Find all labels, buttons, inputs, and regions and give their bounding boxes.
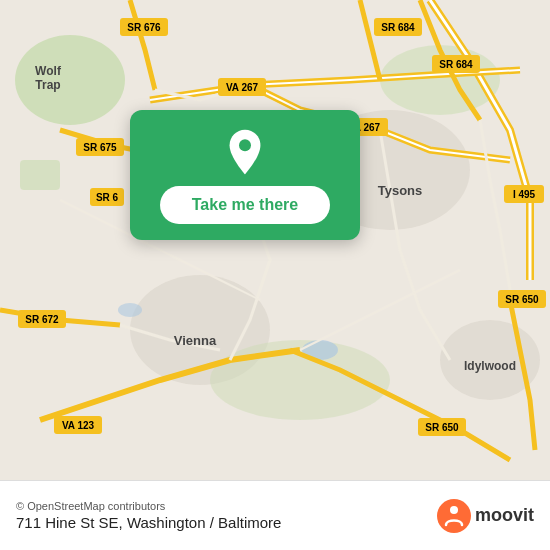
location-pin-icon [221, 128, 269, 176]
svg-text:SR 675: SR 675 [83, 142, 117, 153]
svg-text:VA 123: VA 123 [62, 420, 95, 431]
svg-point-11 [118, 303, 142, 317]
moovit-icon [437, 499, 471, 533]
svg-text:I 495: I 495 [513, 189, 536, 200]
svg-text:Tysons: Tysons [378, 183, 423, 198]
footer-bar: © OpenStreetMap contributors 711 Hine St… [0, 480, 550, 550]
svg-text:SR 650: SR 650 [425, 422, 459, 433]
map-container: SR 676 SR 684 SR 684 VA 267 VA 267 I 495… [0, 0, 550, 480]
footer-address-section: © OpenStreetMap contributors 711 Hine St… [16, 500, 281, 531]
svg-text:Wolf: Wolf [35, 64, 62, 78]
osm-credit-text: © OpenStreetMap contributors [16, 500, 281, 512]
take-me-there-button[interactable]: Take me there [160, 186, 330, 224]
address-label: 711 Hine St SE, Washington / Baltimore [16, 514, 281, 531]
svg-point-5 [15, 35, 125, 125]
popup-card: Take me there [130, 110, 360, 240]
moovit-brand-text: moovit [475, 505, 534, 526]
svg-text:SR 676: SR 676 [127, 22, 161, 33]
svg-text:SR 684: SR 684 [439, 59, 473, 70]
svg-text:SR 672: SR 672 [25, 314, 59, 325]
svg-point-41 [239, 139, 251, 151]
moovit-logo: moovit [437, 499, 534, 533]
svg-point-42 [450, 506, 458, 514]
svg-text:Idylwood: Idylwood [464, 359, 516, 373]
svg-text:SR 6: SR 6 [96, 192, 119, 203]
svg-text:Vienna: Vienna [174, 333, 217, 348]
svg-text:VA 267: VA 267 [226, 82, 259, 93]
svg-rect-6 [20, 160, 60, 190]
svg-text:SR 650: SR 650 [505, 294, 539, 305]
svg-text:SR 684: SR 684 [381, 22, 415, 33]
svg-text:Trap: Trap [35, 78, 60, 92]
